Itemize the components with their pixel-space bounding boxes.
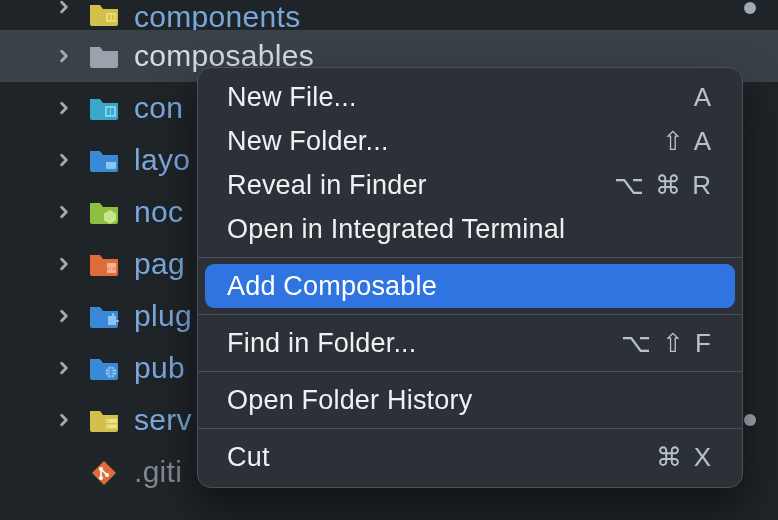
modified-dot-icon [744,2,756,14]
menu-separator [198,371,742,372]
menu-item-label: New Folder... [227,126,389,157]
svg-point-14 [107,426,109,428]
menu-item-label: New File... [227,82,357,113]
folder-icon [88,406,120,434]
menu-item-reveal-finder[interactable]: Reveal in Finder ⌥ ⌘ R [205,163,735,207]
menu-item-open-terminal[interactable]: Open in Integrated Terminal [205,207,735,251]
chevron-right-icon [54,361,74,375]
menu-item-shortcut: ⌥ ⇧ F [621,328,713,359]
menu-item-cut[interactable]: Cut ⌘ X [205,435,735,479]
menu-separator [198,257,742,258]
context-menu: New File... A New Folder... ⇧ A Reveal i… [197,67,743,488]
chevron-right-icon [54,309,74,323]
menu-separator [198,428,742,429]
tree-item-label: components [134,0,300,34]
folder-icon [88,0,120,28]
tree-item-components[interactable]: components [0,0,778,30]
menu-separator [198,314,742,315]
folder-icon [88,198,120,226]
svg-rect-7 [106,159,116,162]
menu-item-shortcut: ⌘ X [656,442,713,473]
menu-item-label: Cut [227,442,270,473]
modified-dot-icon [744,414,756,426]
menu-item-label: Open in Integrated Terminal [227,214,565,245]
svg-rect-5 [111,108,114,115]
chevron-right-icon [54,49,74,63]
menu-item-label: Find in Folder... [227,328,417,359]
folder-icon [88,354,120,382]
menu-item-find-folder[interactable]: Find in Folder... ⌥ ⇧ F [205,321,735,365]
folder-icon: <> [88,250,120,278]
svg-rect-2 [112,15,115,20]
chevron-right-icon [54,0,74,14]
folder-icon [88,94,120,122]
menu-item-add-composable[interactable]: Add Composable [205,264,735,308]
svg-rect-4 [107,108,110,115]
chevron-right-icon [54,101,74,115]
folder-icon [88,146,120,174]
svg-text:<>: <> [107,264,117,273]
git-icon [88,458,120,486]
menu-item-shortcut: ⌥ ⌘ R [614,170,713,201]
menu-item-shortcut: ⇧ A [662,126,713,157]
menu-item-label: Open Folder History [227,385,472,416]
menu-item-new-file[interactable]: New File... A [205,75,735,119]
menu-item-new-folder[interactable]: New Folder... ⇧ A [205,119,735,163]
tree-item-label: .giti [134,455,182,489]
svg-rect-3 [105,106,116,117]
folder-icon [88,42,120,70]
chevron-right-icon [54,413,74,427]
tree-item-label: pub [134,351,185,385]
menu-item-label: Add Composable [227,271,437,302]
svg-rect-1 [108,15,111,20]
tree-item-label: serv [134,403,192,437]
chevron-right-icon [54,153,74,167]
menu-item-shortcut: A [694,82,713,113]
menu-item-folder-history[interactable]: Open Folder History [205,378,735,422]
chevron-right-icon [54,257,74,271]
tree-item-label: con [134,91,183,125]
tree-item-label: noc [134,195,183,229]
tree-item-label: layo [134,143,190,177]
tree-item-label: pag [134,247,185,281]
menu-item-label: Reveal in Finder [227,170,427,201]
chevron-right-icon [54,205,74,219]
tree-item-label: plug [134,299,192,333]
svg-point-13 [107,420,109,422]
folder-icon [88,302,120,330]
